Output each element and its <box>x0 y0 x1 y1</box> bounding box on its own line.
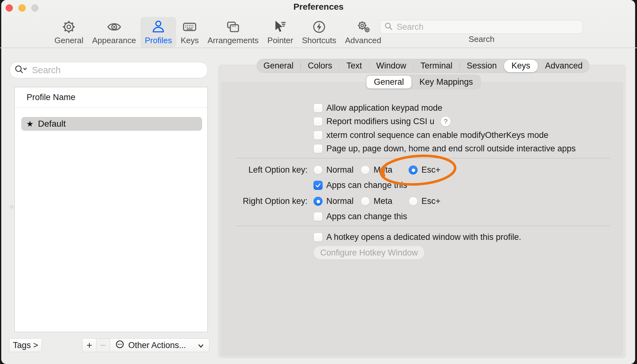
tab-session[interactable]: Session <box>460 59 504 73</box>
left-option-meta[interactable]: Meta <box>361 163 392 177</box>
toolbar-item-label: Keys <box>181 36 199 45</box>
radio-normal[interactable] <box>313 197 323 206</box>
edge-dot <box>10 205 14 209</box>
circle-ellipsis-icon <box>115 340 125 351</box>
tags-button[interactable]: Tags > <box>9 338 42 352</box>
radio-meta[interactable] <box>361 197 370 206</box>
left-option-row: Left Option key: Normal Meta Esc+ <box>237 163 610 177</box>
tab-keys[interactable]: Keys <box>504 60 538 72</box>
tab-advanced[interactable]: Advanced <box>538 59 589 73</box>
profile-list-header: Profile Name <box>15 87 207 108</box>
keys-subtabs: General Key Mappings <box>366 75 481 89</box>
apps-can-change-checkbox[interactable] <box>313 181 323 190</box>
tab-colors[interactable]: Colors <box>301 59 339 73</box>
screenshot-stage: Preferences General <box>0 0 637 364</box>
toolbar-search[interactable] <box>380 20 583 34</box>
add-profile-button[interactable]: + <box>82 338 96 352</box>
checkbox-label: Report modifiers using CSI u <box>326 117 434 126</box>
search-icon <box>384 22 393 32</box>
right-option-normal[interactable]: Normal <box>313 194 354 208</box>
right-option-esc[interactable]: Esc+ <box>409 194 441 208</box>
left-option-label: Left Option key: <box>237 163 308 177</box>
checkbox-row: Report modifiers using CSI u ? <box>313 114 451 128</box>
toolbar: General Appearance Profiles <box>50 17 385 48</box>
divider <box>237 158 610 159</box>
toolbar-item-pointer[interactable]: Pointer <box>263 17 298 48</box>
toolbar-item-label: Appearance <box>92 36 136 45</box>
toolbar-item-label: Shortcuts <box>302 36 336 45</box>
divider <box>237 225 610 226</box>
right-option-meta[interactable]: Meta <box>361 194 392 208</box>
gear-icon <box>62 19 76 35</box>
left-option-normal[interactable]: Normal <box>313 163 354 177</box>
apps-can-change-row: Apps can change this <box>313 178 407 192</box>
checkbox-row: Allow application keypad mode <box>313 101 442 115</box>
profile-list: Profile Name ★ Default <box>14 87 208 332</box>
toolbar-item-general[interactable]: General <box>50 17 88 48</box>
toolbar-item-profiles[interactable]: Profiles <box>140 17 176 48</box>
radio-esc[interactable] <box>409 197 418 206</box>
tab-general[interactable]: General <box>257 59 300 73</box>
gears-icon <box>355 19 371 35</box>
left-option-esc[interactable]: Esc+ <box>409 163 441 177</box>
help-button[interactable]: ? <box>441 116 451 127</box>
radio-normal[interactable] <box>313 165 323 174</box>
bolt-circle-icon <box>312 19 326 35</box>
other-actions-dropdown[interactable]: Other Actions... <box>110 338 209 352</box>
toolbar-item-arrangements[interactable]: Arrangements <box>203 17 263 48</box>
toolbar-item-appearance[interactable]: Appearance <box>88 17 140 48</box>
csi-u-checkbox[interactable] <box>313 117 323 126</box>
radio-esc[interactable] <box>409 165 418 174</box>
configure-hotkey-window-button: Configure Hotkey Window <box>313 246 425 260</box>
profile-name: Default <box>38 119 66 129</box>
profile-search-field[interactable] <box>10 62 208 78</box>
cursor-icon <box>273 19 288 35</box>
profile-tabs: General Colors Text Window Terminal Sess… <box>257 59 589 73</box>
hotkey-checkbox[interactable] <box>313 233 323 242</box>
subtab-key-mappings[interactable]: Key Mappings <box>412 75 481 89</box>
toolbar-item-label: Pointer <box>268 36 293 45</box>
checkbox-label: Apps can change this <box>326 212 407 221</box>
keyboard-icon <box>182 19 197 35</box>
apps-can-change-checkbox[interactable] <box>313 212 323 221</box>
toolbar-item-shortcuts[interactable]: Shortcuts <box>298 17 341 48</box>
tab-text[interactable]: Text <box>339 59 369 73</box>
toolbar-item-label: Advanced <box>345 36 381 45</box>
remove-profile-button[interactable]: − <box>96 338 110 352</box>
apps-can-change-row: Apps can change this <box>313 210 407 223</box>
checkbox-label: Page up, page down, home and end scroll … <box>326 144 576 154</box>
toolbar-search-input[interactable] <box>396 22 579 32</box>
allow-keypad-checkbox[interactable] <box>313 104 323 113</box>
toolbar-item-keys[interactable]: Keys <box>176 17 203 48</box>
person-icon <box>151 19 166 35</box>
checkbox-row: Page up, page down, home and end scroll … <box>313 142 576 155</box>
checkbox-row: xterm control sequence can enable modify… <box>313 128 548 142</box>
profile-actions-group: + − Other Actions... <box>82 338 209 352</box>
toolbar-item-label: General <box>54 36 84 45</box>
checkbox-label: Apps can change this <box>326 180 407 190</box>
radio-meta[interactable] <box>361 165 370 174</box>
right-option-row: Right Option key: Normal Meta Esc+ <box>237 194 610 208</box>
toolbar-search-caption: Search <box>380 34 583 44</box>
profile-search-input[interactable] <box>31 65 203 76</box>
windows-icon <box>225 19 241 35</box>
subtab-general[interactable]: General <box>366 76 411 88</box>
profile-row-default[interactable]: ★ Default <box>21 117 202 131</box>
checkbox-label: xterm control sequence can enable modify… <box>326 130 548 140</box>
toolbar-item-label: Profiles <box>145 36 172 45</box>
other-actions-label: Other Actions... <box>128 341 194 350</box>
page-scroll-checkbox[interactable] <box>313 144 323 153</box>
window-title: Preferences <box>0 2 637 12</box>
chevron-down-icon <box>198 341 204 350</box>
toolbar-item-label: Arrangements <box>207 36 258 45</box>
eye-icon <box>106 19 122 35</box>
toolbar-item-advanced[interactable]: Advanced <box>341 17 386 48</box>
modify-other-keys-checkbox[interactable] <box>313 131 323 140</box>
toolbar-divider <box>0 48 637 48</box>
right-option-label: Right Option key: <box>237 194 308 208</box>
tab-terminal[interactable]: Terminal <box>414 59 459 73</box>
tab-window[interactable]: Window <box>369 59 413 73</box>
checkbox-label: Allow application keypad mode <box>326 103 442 113</box>
checkbox-label: A hotkey opens a dedicated window with t… <box>326 232 521 242</box>
hotkey-row: A hotkey opens a dedicated window with t… <box>313 230 521 244</box>
